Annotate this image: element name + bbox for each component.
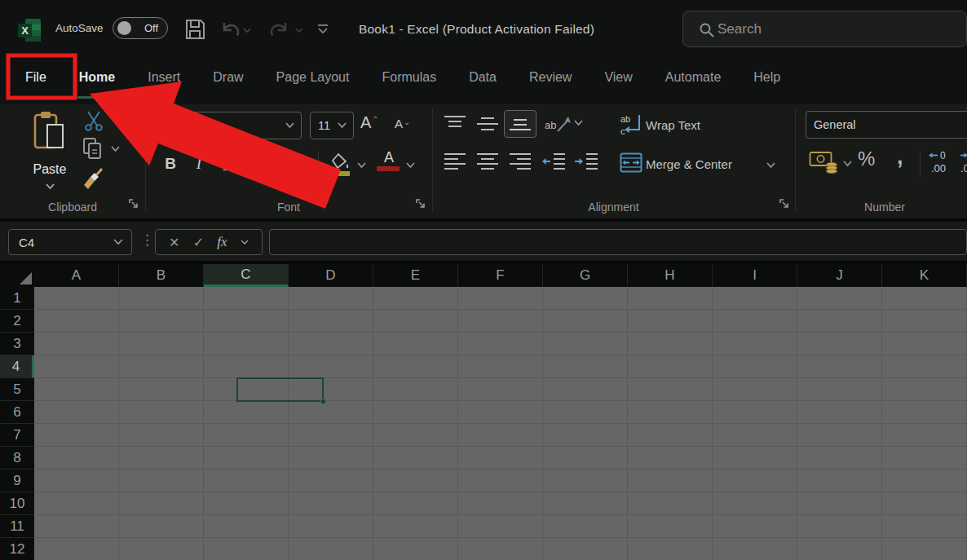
formula-bar-drag-dots-icon[interactable]: ⋮ xyxy=(140,231,154,249)
row-header-1[interactable]: 1 xyxy=(0,287,34,310)
redo-dropdown-chevron-icon[interactable] xyxy=(295,28,303,33)
tab-review[interactable]: Review xyxy=(522,52,579,103)
merge-center-chevron-icon[interactable] xyxy=(766,162,775,169)
accounting-format-icon[interactable] xyxy=(809,149,840,175)
formula-input[interactable] xyxy=(270,231,966,254)
tab-home[interactable]: Home xyxy=(72,52,122,103)
cancel-button[interactable]: ✕ xyxy=(169,235,179,250)
percent-style-button[interactable]: % xyxy=(858,148,875,170)
paste-dropdown-chevron-icon[interactable] xyxy=(46,183,55,190)
insert-function-button[interactable]: fx xyxy=(217,234,227,250)
font-size-combo[interactable]: 11 xyxy=(310,112,354,139)
row-header-12[interactable]: 12 xyxy=(0,538,34,560)
column-header-B[interactable]: B xyxy=(119,264,204,287)
align-top-icon[interactable] xyxy=(442,113,468,134)
bold-button[interactable]: B xyxy=(160,149,181,179)
orientation-chevron-icon[interactable] xyxy=(574,120,583,126)
merge-center-icon[interactable] xyxy=(620,152,642,174)
font-dialog-launcher-icon[interactable] xyxy=(416,199,427,210)
tab-automate[interactable]: Automate xyxy=(658,52,728,103)
tab-help[interactable]: Help xyxy=(746,52,788,103)
search-box[interactable] xyxy=(682,11,967,47)
row-header-5[interactable]: 5 xyxy=(0,378,34,401)
ribbon-tab-row: FileHomeInsertDrawPage LayoutFormulasDat… xyxy=(0,52,967,103)
tab-formulas[interactable]: Formulas xyxy=(374,52,444,103)
comma-style-button[interactable]: , xyxy=(897,144,903,170)
grow-font-button[interactable]: A⌃ xyxy=(360,113,378,132)
ribbon: Paste Clipboard xyxy=(0,103,967,218)
select-all-corner[interactable] xyxy=(0,264,34,287)
align-bottom-button-selected[interactable] xyxy=(504,110,536,138)
increase-decimal-icon[interactable]: 0 .00 xyxy=(926,149,954,175)
fill-handle[interactable] xyxy=(320,399,326,404)
borders-icon[interactable] xyxy=(271,156,290,174)
cut-icon[interactable] xyxy=(83,110,104,132)
row-header-11[interactable]: 11 xyxy=(0,515,34,538)
autosave-toggle[interactable]: Off xyxy=(113,17,168,39)
align-middle-icon[interactable] xyxy=(475,113,501,134)
tab-view[interactable]: View xyxy=(597,52,639,103)
accounting-chevron-icon[interactable] xyxy=(843,161,852,167)
wrap-text-icon[interactable]: ab c xyxy=(620,113,642,138)
font-color-button[interactable]: A xyxy=(377,149,401,171)
undo-icon[interactable] xyxy=(219,20,241,40)
fill-color-icon[interactable] xyxy=(326,151,351,177)
column-header-J[interactable]: J xyxy=(797,264,882,287)
align-center-icon[interactable] xyxy=(475,151,501,174)
decrease-decimal-icon[interactable]: .0 xyxy=(959,149,967,175)
row-header-6[interactable]: 6 xyxy=(0,401,34,424)
format-painter-icon[interactable] xyxy=(82,165,104,190)
copy-dropdown-chevron-icon[interactable] xyxy=(111,146,120,152)
column-header-G[interactable]: G xyxy=(543,264,628,287)
fill-color-chevron-icon[interactable] xyxy=(357,162,366,169)
decrease-indent-icon[interactable] xyxy=(541,151,567,174)
number-format-combo[interactable]: General xyxy=(806,111,967,139)
tab-draw[interactable]: Draw xyxy=(205,52,250,103)
orientation-icon[interactable]: ab xyxy=(543,113,572,136)
column-header-D[interactable]: D xyxy=(289,264,373,287)
column-header-C[interactable]: C xyxy=(204,264,289,287)
copy-icon[interactable] xyxy=(82,136,104,161)
search-input[interactable] xyxy=(718,11,946,46)
shrink-font-button[interactable]: A⌄ xyxy=(395,117,409,131)
align-left-icon[interactable] xyxy=(442,151,468,174)
customize-quick-access-icon[interactable] xyxy=(316,24,329,34)
tab-page-layout[interactable]: Page Layout xyxy=(269,52,357,103)
enter-button[interactable]: ✓ xyxy=(193,235,204,250)
align-right-icon[interactable] xyxy=(507,151,533,174)
underline-button[interactable]: U xyxy=(217,149,240,179)
column-header-F[interactable]: F xyxy=(458,264,543,287)
formula-chevron-icon[interactable] xyxy=(241,240,249,245)
row-header-8[interactable]: 8 xyxy=(0,447,34,470)
clipboard-dialog-launcher-icon[interactable] xyxy=(129,199,140,210)
tab-data[interactable]: Data xyxy=(461,52,504,103)
font-color-chevron-icon[interactable] xyxy=(406,162,415,169)
italic-button[interactable]: I xyxy=(189,149,209,179)
column-header-H[interactable]: H xyxy=(628,264,713,287)
column-header-I[interactable]: I xyxy=(713,264,797,287)
font-name-combo[interactable]: Calibri xyxy=(155,112,302,139)
row-header-4[interactable]: 4 xyxy=(0,355,34,378)
column-header-K[interactable]: K xyxy=(882,264,967,287)
merge-center-label[interactable]: Merge & Center xyxy=(646,157,732,171)
row-header-10[interactable]: 10 xyxy=(0,492,34,515)
paste-button[interactable]: Paste xyxy=(24,108,75,200)
selected-cell-outline[interactable] xyxy=(236,377,324,402)
increase-indent-icon[interactable] xyxy=(574,151,600,174)
column-header-A[interactable]: A xyxy=(34,264,119,287)
row-header-9[interactable]: 9 xyxy=(0,470,34,492)
undo-dropdown-chevron-icon[interactable] xyxy=(243,28,251,33)
name-box[interactable]: C4 xyxy=(8,229,132,255)
wrap-text-label[interactable]: Wrap Text xyxy=(646,118,700,132)
cells-area[interactable] xyxy=(34,287,967,560)
column-header-E[interactable]: E xyxy=(373,264,458,287)
tab-file[interactable]: File xyxy=(18,52,54,103)
row-header-3[interactable]: 3 xyxy=(0,333,34,355)
row-header-2[interactable]: 2 xyxy=(0,310,34,333)
save-icon[interactable] xyxy=(185,18,205,41)
row-header-7[interactable]: 7 xyxy=(0,424,34,447)
tab-insert[interactable]: Insert xyxy=(140,52,188,103)
borders-dropdown-chevron-icon[interactable] xyxy=(298,162,307,169)
redo-icon[interactable] xyxy=(269,20,291,40)
alignment-dialog-launcher-icon[interactable] xyxy=(779,199,791,210)
